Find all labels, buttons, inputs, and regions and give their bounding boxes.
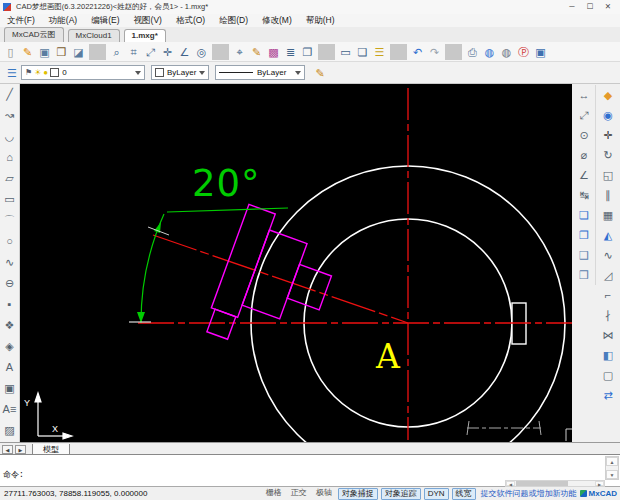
document-tab[interactable]: MxCloud1: [68, 29, 120, 42]
close-button[interactable]: ✕: [600, 1, 616, 12]
toggle-ortho[interactable]: 正交: [288, 488, 310, 498]
erase-icon[interactable]: ◆: [596, 85, 620, 105]
toggle-lineweight[interactable]: 线宽: [452, 488, 476, 500]
draw-polyline-icon[interactable]: ↝: [0, 105, 19, 126]
display-settings-icon[interactable]: ▭: [337, 44, 354, 60]
scroll-up-icon[interactable]: ▲: [606, 457, 618, 466]
command-window[interactable]: 命令: 命令: _Draw2LineAngularDimension 选择直线段…: [0, 454, 620, 487]
web-settings-icon[interactable]: ◍: [498, 44, 515, 60]
spline-fit-icon[interactable]: ∿: [596, 245, 620, 265]
draw-polygon-icon[interactable]: ⌂: [0, 147, 19, 168]
insert-image-icon[interactable]: ▣: [0, 378, 19, 399]
dim-continue-icon[interactable]: ↹: [573, 185, 595, 205]
zoom-in-icon[interactable]: ⌕: [108, 44, 125, 60]
create-block-icon[interactable]: ❖: [0, 315, 19, 336]
menu-item[interactable]: 功能(A): [42, 15, 84, 27]
layout-prev-button[interactable]: ◀: [2, 445, 13, 454]
new-file-icon[interactable]: ▯: [2, 44, 19, 60]
draw-point-icon[interactable]: ▪: [0, 294, 19, 315]
layer-select[interactable]: ⚑ ☀ ● 0: [21, 65, 145, 80]
image-export-icon[interactable]: ▣: [532, 44, 549, 60]
minimize-button[interactable]: ─: [564, 1, 580, 12]
menu-item[interactable]: 文件(F): [0, 15, 42, 27]
fillet-icon[interactable]: ⌐: [596, 285, 620, 305]
draw-spline-icon[interactable]: ∿: [0, 252, 19, 273]
align-icon[interactable]: ⇄: [596, 385, 620, 405]
draw-shape-icon[interactable]: ▱: [0, 168, 19, 189]
scrollbar-thumb[interactable]: [516, 481, 568, 486]
dim-radius-icon[interactable]: ⊙: [573, 125, 595, 145]
edit-properties-icon[interactable]: ✎: [311, 65, 329, 81]
menu-item[interactable]: 格式(O): [169, 15, 212, 27]
draw-line-icon[interactable]: ╱: [0, 84, 19, 105]
explode-icon[interactable]: ◧: [596, 345, 620, 365]
command-vertical-scrollbar[interactable]: ▲ ▼: [605, 456, 619, 480]
copy-clipboard-icon[interactable]: ❐: [299, 44, 316, 60]
scroll-down-icon[interactable]: ▼: [606, 470, 618, 479]
draw-arc-3pt-icon[interactable]: ⌒: [0, 210, 19, 231]
annotate-icon[interactable]: ✎: [248, 44, 265, 60]
region-icon[interactable]: ▢: [596, 365, 620, 385]
layers-icon[interactable]: ☰: [371, 44, 388, 60]
pdf-export-icon[interactable]: Ⓟ: [515, 44, 532, 60]
array-icon[interactable]: ▦: [596, 205, 620, 225]
color-select[interactable]: ByLayer: [151, 65, 209, 80]
scroll-left-icon[interactable]: ◀: [506, 481, 515, 486]
command-horizontal-scrollbar[interactable]: ◀ ▶: [505, 480, 605, 487]
toggle-dyn[interactable]: DYN: [424, 488, 449, 500]
zoom-window-icon[interactable]: ⌗: [125, 44, 142, 60]
open-drawing-icon[interactable]: ✎: [19, 44, 36, 60]
select-icon[interactable]: ❏: [354, 44, 371, 60]
extend-icon[interactable]: ◿: [596, 265, 620, 285]
angle-value-label[interactable]: 20°: [192, 162, 261, 205]
drawing-canvas[interactable]: 20° A Y X: [20, 84, 572, 442]
document-tab[interactable]: 1.mxg*: [124, 29, 166, 42]
rotate-icon[interactable]: ↻: [596, 145, 620, 165]
move-icon[interactable]: ✛: [596, 125, 620, 145]
scroll-right-icon[interactable]: ▶: [595, 481, 604, 486]
scale-icon[interactable]: ◱: [596, 165, 620, 185]
open-folder-icon[interactable]: ❒: [53, 44, 70, 60]
draw-rectangle-icon[interactable]: ▭: [0, 189, 19, 210]
maximize-button[interactable]: ☐: [582, 1, 598, 12]
measure-angle-icon[interactable]: ∠: [176, 44, 193, 60]
block-tool-1-icon[interactable]: ❏: [573, 205, 595, 225]
draw-text-icon[interactable]: A: [0, 357, 19, 378]
block-tool-4-icon[interactable]: ❒: [573, 265, 595, 285]
toggle-polar[interactable]: 极轴: [313, 488, 335, 498]
draw-mtext-icon[interactable]: A≡: [0, 399, 19, 420]
layout-next-button[interactable]: ▶: [15, 445, 26, 454]
save-as-icon[interactable]: ◪: [70, 44, 87, 60]
dim-diameter-icon[interactable]: ⌀: [573, 145, 595, 165]
print-icon[interactable]: ⎙: [464, 44, 481, 60]
text-list-icon[interactable]: ≣: [282, 44, 299, 60]
find-icon[interactable]: ⌖: [231, 44, 248, 60]
draw-hatch-icon[interactable]: ▨: [0, 420, 19, 441]
undo-icon[interactable]: ↶: [409, 44, 426, 60]
menu-item[interactable]: 绘图(D): [212, 15, 255, 27]
menu-item[interactable]: 编辑(E): [84, 15, 126, 27]
model-tab[interactable]: 模型: [32, 444, 70, 455]
pan-icon[interactable]: ✛: [159, 44, 176, 60]
dim-aligned-icon[interactable]: ⤢: [573, 105, 595, 125]
document-tab[interactable]: MxCAD云图: [4, 27, 64, 42]
save-icon[interactable]: ▣: [36, 44, 53, 60]
feedback-link[interactable]: 提交软件问题或增加新功能: [481, 488, 577, 499]
web-publish-icon[interactable]: ◍: [481, 44, 498, 60]
menu-item[interactable]: 修改(M): [255, 15, 299, 27]
view-label[interactable]: A: [375, 337, 401, 376]
palette-icon[interactable]: ▩: [265, 44, 282, 60]
offset-icon[interactable]: ∥: [596, 185, 620, 205]
draw-circle-icon[interactable]: ○: [0, 231, 19, 252]
redo-icon[interactable]: ↷: [426, 44, 443, 60]
draw-arc-icon[interactable]: ◡: [0, 126, 19, 147]
menu-item[interactable]: 帮助(H): [299, 15, 342, 27]
block-tool-3-icon[interactable]: ❑: [573, 245, 595, 265]
layer-manager-icon[interactable]: ☰: [3, 65, 21, 81]
linetype-select[interactable]: ByLayer: [215, 65, 305, 80]
join-icon[interactable]: ⋈: [596, 325, 620, 345]
insert-block-icon[interactable]: ◈: [0, 336, 19, 357]
zoom-previous-icon[interactable]: ◎: [193, 44, 210, 60]
menu-item[interactable]: 视图(V): [127, 15, 169, 27]
toggle-otrack[interactable]: 对象追踪: [381, 488, 421, 500]
